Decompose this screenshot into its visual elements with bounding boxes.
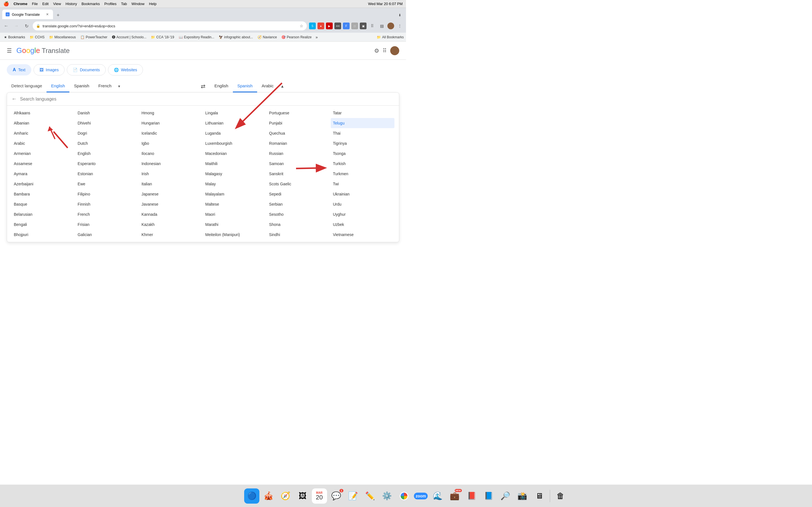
- swap-languages-button[interactable]: ⇄: [196, 80, 210, 92]
- profile-avatar[interactable]: [388, 22, 394, 29]
- language-option-ilocano[interactable]: Ilocano: [139, 149, 203, 159]
- source-spanish-option[interactable]: Spanish: [69, 80, 94, 93]
- ext-blue-icon[interactable]: F: [343, 22, 350, 29]
- language-option-maori[interactable]: Maori: [203, 209, 267, 219]
- language-option-ukrainian[interactable]: Ukrainian: [331, 189, 395, 199]
- extensions-button[interactable]: ⠿: [368, 22, 376, 30]
- language-option-romanian[interactable]: Romanian: [267, 138, 331, 149]
- new-tab-button[interactable]: +: [54, 11, 62, 19]
- source-more-languages-button[interactable]: ▾: [116, 80, 122, 92]
- language-option-sepedi[interactable]: Sepedi: [267, 189, 331, 199]
- language-option-telugu[interactable]: Telugu: [331, 118, 395, 128]
- language-option-dhivehi[interactable]: Dhivehi: [75, 118, 139, 128]
- source-french-option[interactable]: French: [94, 80, 116, 93]
- source-english-option[interactable]: English: [47, 80, 69, 93]
- language-option-basque[interactable]: Basque: [11, 199, 75, 209]
- bookmark-pearson[interactable]: 🎯 Pearson Realize: [280, 34, 313, 40]
- language-option-serbian[interactable]: Serbian: [267, 199, 331, 209]
- ext-grey-icon[interactable]: □: [351, 22, 358, 29]
- language-option-kazakh[interactable]: Kazakh: [139, 219, 203, 230]
- all-bookmarks-button[interactable]: 📁 All Bookmarks: [377, 35, 404, 39]
- language-option-tigrinya[interactable]: Tigrinya: [331, 138, 395, 149]
- language-option-belarusian[interactable]: Belarusian: [11, 209, 75, 219]
- language-option-dogri[interactable]: Dogri: [75, 128, 139, 138]
- reload-button[interactable]: ↻: [22, 22, 31, 30]
- language-option-twi[interactable]: Twi: [331, 179, 395, 189]
- menu-help[interactable]: Help: [149, 2, 157, 6]
- menu-chrome[interactable]: Chrome: [13, 2, 28, 6]
- user-avatar[interactable]: [390, 46, 399, 55]
- language-option-japanese[interactable]: Japanese: [139, 189, 203, 199]
- menu-file[interactable]: File: [32, 2, 38, 6]
- language-option-hmong[interactable]: Hmong: [139, 108, 203, 118]
- menu-window[interactable]: Window: [132, 2, 144, 6]
- language-option-meiteilon-(manipuri)[interactable]: Meiteilon (Manipuri): [203, 230, 267, 240]
- hamburger-menu-icon[interactable]: ☰: [7, 47, 12, 54]
- language-option-icelandic[interactable]: Icelandic: [139, 128, 203, 138]
- language-option-luxembourgish[interactable]: Luxembourgish: [203, 138, 267, 149]
- tab-list-button[interactable]: ⬇: [396, 11, 404, 19]
- language-option-malayalam[interactable]: Malayalam: [203, 189, 267, 199]
- tab-close-button[interactable]: ✕: [45, 12, 50, 17]
- language-option-sanskrit[interactable]: Sanskrit: [267, 169, 331, 179]
- language-option-quechua[interactable]: Quechua: [267, 128, 331, 138]
- language-option-dutch[interactable]: Dutch: [75, 138, 139, 149]
- language-search-input[interactable]: [20, 97, 395, 102]
- language-option-finnish[interactable]: Finnish: [75, 199, 139, 209]
- mode-tab-text[interactable]: A Text: [7, 64, 31, 75]
- target-more-languages-button[interactable]: ▲: [278, 80, 287, 92]
- apps-grid-icon[interactable]: ⠿: [383, 47, 387, 54]
- ext-skype-icon[interactable]: S: [309, 22, 316, 29]
- language-option-ewe[interactable]: Ewe: [75, 179, 139, 189]
- ext-red2-icon[interactable]: ▶: [326, 22, 333, 29]
- language-option-amharic[interactable]: Amharic: [11, 128, 75, 138]
- language-option-assamese[interactable]: Assamese: [11, 159, 75, 169]
- language-option-javanese[interactable]: Javanese: [139, 199, 203, 209]
- ext-screen-icon[interactable]: ▣: [360, 22, 366, 29]
- language-option-vietnamese[interactable]: Vietnamese: [331, 230, 395, 240]
- language-option-italian[interactable]: Italian: [139, 179, 203, 189]
- detect-language-option[interactable]: Detect language: [7, 80, 47, 93]
- language-option-armenian[interactable]: Armenian: [11, 149, 75, 159]
- language-option-bhojpuri[interactable]: Bhojpuri: [11, 230, 75, 240]
- mode-tab-images[interactable]: 🖼 Images: [34, 64, 64, 75]
- chrome-menu-button[interactable]: ⋮: [396, 22, 404, 30]
- language-option-urdu[interactable]: Urdu: [331, 199, 395, 209]
- menu-bookmarks[interactable]: Bookmarks: [82, 2, 100, 6]
- language-option-malagasy[interactable]: Malagasy: [203, 169, 267, 179]
- language-option-macedonian[interactable]: Macedonian: [203, 149, 267, 159]
- language-option-turkish[interactable]: Turkish: [331, 159, 395, 169]
- bookmark-bookmarks[interactable]: ★ Bookmarks: [2, 34, 27, 40]
- back-button[interactable]: ←: [2, 22, 10, 30]
- apple-menu[interactable]: 🍎: [3, 1, 9, 6]
- menu-edit[interactable]: Edit: [42, 2, 49, 6]
- language-option-igbo[interactable]: Igbo: [139, 138, 203, 149]
- language-option-malay[interactable]: Malay: [203, 179, 267, 189]
- sidebar-button[interactable]: ▤: [378, 22, 386, 30]
- bookmark-infographic[interactable]: 🦅 infographic about...: [217, 34, 255, 40]
- language-option-tsonga[interactable]: Tsonga: [331, 149, 395, 159]
- language-option-frisian[interactable]: Frisian: [75, 219, 139, 230]
- language-option-english[interactable]: English: [75, 149, 139, 159]
- language-option-french[interactable]: French: [75, 209, 139, 219]
- language-option-russian[interactable]: Russian: [267, 149, 331, 159]
- language-option-portuguese[interactable]: Portuguese: [267, 108, 331, 118]
- menu-view[interactable]: View: [53, 2, 61, 6]
- bookmark-cca[interactable]: 📁 CCA '18-'19: [149, 34, 175, 40]
- language-option-samoan[interactable]: Samoan: [267, 159, 331, 169]
- language-option-galician[interactable]: Galician: [75, 230, 139, 240]
- bookmark-account[interactable]: 🅢 Account | Schoolo...: [110, 34, 148, 40]
- mode-tab-documents[interactable]: 📄 Documents: [67, 64, 106, 75]
- bookmark-star-icon[interactable]: ☆: [300, 24, 303, 28]
- language-option-filipino[interactable]: Filipino: [75, 189, 139, 199]
- language-option-hungarian[interactable]: Hungarian: [139, 118, 203, 128]
- language-option-danish[interactable]: Danish: [75, 108, 139, 118]
- language-option-lingala[interactable]: Lingala: [203, 108, 267, 118]
- language-option-uyghur[interactable]: Uyghur: [331, 209, 395, 219]
- settings-icon[interactable]: ⚙: [374, 47, 379, 54]
- bookmark-expository[interactable]: 📖 Expository Readin...: [177, 34, 216, 40]
- language-option-aymara[interactable]: Aymara: [11, 169, 75, 179]
- address-bar[interactable]: 🔒 translate.google.com/?sl=en&tl=es&op=d…: [33, 21, 307, 31]
- language-option-bambara[interactable]: Bambara: [11, 189, 75, 199]
- menu-profiles[interactable]: Profiles: [104, 2, 116, 6]
